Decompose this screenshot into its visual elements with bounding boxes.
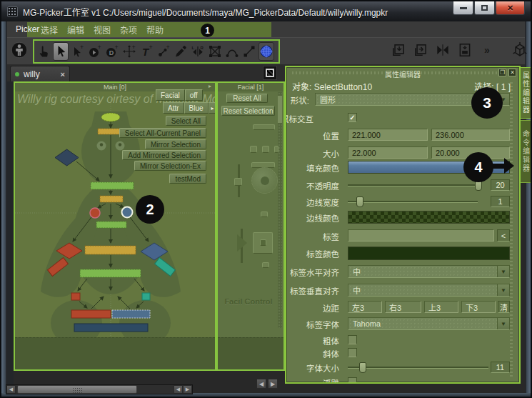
mirror-panel-icon[interactable]: [435, 41, 451, 59]
margin-left-field[interactable]: 左3: [348, 301, 382, 313]
font-size-slider-handle[interactable]: [359, 362, 366, 373]
facial-dial[interactable]: [251, 167, 278, 194]
margin-right-field[interactable]: 右3: [385, 301, 421, 313]
select-tool-icon[interactable]: [53, 42, 69, 61]
namespace-grid-button[interactable]: [263, 66, 277, 80]
transform-box-tool-icon[interactable]: [207, 42, 223, 61]
facial-scroll-right-button[interactable]: ▶: [268, 379, 278, 389]
panel-layout-icon[interactable]: [457, 41, 473, 59]
color-picker-tool-icon[interactable]: [173, 42, 189, 61]
facial-pad-a[interactable]: [250, 146, 257, 153]
font-combo[interactable]: Tahoma ▼: [348, 317, 510, 330]
panel-close-button[interactable]: ✕: [508, 69, 516, 76]
reset-all-button[interactable]: Reset All: [226, 94, 268, 103]
valign-combo[interactable]: 中 ▼: [348, 284, 510, 297]
hand-tool-icon[interactable]: [36, 42, 51, 61]
minimize-button[interactable]: [453, 1, 473, 15]
facial-scroll-left-button[interactable]: ◀: [256, 379, 266, 389]
stroke-width-slider-track[interactable]: [348, 201, 478, 203]
mirror-lr-tool-icon[interactable]: LR: [190, 42, 206, 61]
picker-canvas-panel[interactable]: Main [0] ▸ Willy rig courtesy oirtesy of…: [14, 81, 216, 371]
facial-pad-d[interactable]: [261, 212, 268, 217]
select-all-current-panel-button[interactable]: Select All-Current Panel: [119, 128, 206, 138]
position-x-field[interactable]: 221.000: [348, 129, 428, 141]
toolbar-overflow-icon[interactable]: »: [479, 41, 495, 59]
menu-edit[interactable]: 编辑: [67, 21, 84, 37]
export-panel-icon[interactable]: [413, 41, 428, 59]
add-mirrored-selection-button[interactable]: Add Mirrored Selection: [122, 150, 206, 160]
scroll-track[interactable]: [16, 385, 174, 394]
maximize-button[interactable]: [474, 1, 495, 15]
facial-xy-handle[interactable]: [260, 239, 266, 246]
testmod-button[interactable]: testMod: [169, 174, 206, 184]
position-y-field[interactable]: 236.000: [431, 129, 510, 141]
margin-bottom-field[interactable]: 下3: [461, 301, 496, 313]
facial-pad-b[interactable]: [262, 146, 269, 153]
menu-select[interactable]: 选择: [41, 21, 58, 37]
label-pick-button[interactable]: <: [497, 229, 510, 242]
stroke-color-swatch[interactable]: [348, 211, 510, 224]
curve-tool-icon[interactable]: [224, 42, 240, 61]
size-width-field[interactable]: 22.000: [348, 146, 428, 159]
label-text-input[interactable]: [348, 229, 494, 242]
facial-panel-header[interactable]: Facial [1]: [218, 83, 283, 91]
facial-play-handle[interactable]: [236, 234, 249, 252]
opacity-value[interactable]: 20: [491, 179, 510, 191]
font-size-slider-track[interactable]: [348, 367, 488, 369]
margin-clear-button[interactable]: 清: [498, 301, 510, 313]
font-size-value[interactable]: 11: [491, 362, 510, 373]
tab-willy[interactable]: willy ×: [10, 66, 70, 81]
halign-combo-arrow-icon[interactable]: ▼: [497, 266, 509, 277]
mirror-selection-button[interactable]: Mirror Selection: [145, 139, 206, 149]
facial-pad-c[interactable]: [274, 146, 278, 153]
label-color-swatch[interactable]: [348, 247, 510, 260]
valign-combo-arrow-icon[interactable]: ▼: [497, 284, 509, 296]
titlebar[interactable]: MG-Picker工作室 v1 C:/Users/miguel/Document…: [1, 1, 531, 21]
bold-checkbox[interactable]: [348, 335, 357, 344]
add-text-tool-icon[interactable]: T+: [139, 42, 154, 61]
emboss-checkbox[interactable]: [348, 377, 357, 384]
attr-toggle-button[interactable]: Attr Blue ▸: [163, 102, 216, 114]
close-button[interactable]: ✕: [496, 1, 525, 15]
line-tool-icon[interactable]: [241, 42, 257, 61]
3d-cube-icon[interactable]: [509, 41, 531, 59]
facial-scrollbar[interactable]: [278, 92, 282, 328]
facial-toggle-button[interactable]: Facial off: [156, 89, 203, 101]
scroll-left-button-2[interactable]: ◀: [174, 385, 183, 394]
opacity-slider-track[interactable]: [348, 184, 478, 186]
scroll-right-button[interactable]: ▶: [183, 385, 192, 394]
mirror-selection-ex-button[interactable]: Mirror Selection-Ex: [134, 161, 206, 171]
reset-selection-button[interactable]: Reset Selection: [221, 106, 275, 116]
select-all-button[interactable]: Select All: [166, 116, 206, 126]
facial-pad-e[interactable]: [262, 262, 269, 268]
font-combo-arrow-icon[interactable]: ▼: [497, 318, 509, 329]
dock-tab-property-editor[interactable]: 属性编辑器: [520, 67, 532, 119]
add-display-button-tool-icon[interactable]: D+: [104, 42, 120, 61]
add-move-control-tool-icon[interactable]: +: [121, 42, 137, 61]
menu-view[interactable]: 视图: [94, 21, 111, 37]
margin-top-field[interactable]: 上3: [424, 301, 458, 313]
menu-help[interactable]: 帮助: [146, 21, 164, 37]
stroke-width-slider-handle[interactable]: [356, 196, 363, 207]
stroke-width-value[interactable]: 1: [491, 196, 510, 207]
mouse-interact-checkbox[interactable]: ✓: [348, 113, 357, 122]
panel-float-button[interactable]: ❐: [498, 69, 506, 76]
add-select-button-tool-icon[interactable]: +: [70, 42, 86, 61]
add-command-button-tool-icon[interactable]: +: [87, 42, 103, 61]
picker-character-tool-icon[interactable]: [9, 41, 30, 59]
add-connector-tool-icon[interactable]: +: [156, 42, 171, 61]
facial-vslider-handle[interactable]: [234, 178, 242, 186]
color-wheel-tool-icon[interactable]: [259, 42, 274, 61]
menu-misc[interactable]: 杂项: [120, 21, 137, 37]
scroll-thumb[interactable]: [17, 385, 137, 394]
scroll-left-button[interactable]: ◀: [6, 385, 16, 394]
import-panel-icon[interactable]: [391, 41, 406, 59]
halign-combo[interactable]: 中 ▼: [348, 265, 510, 278]
menu-picker[interactable]: Picker: [16, 21, 39, 37]
canvas-horizontal-scrollbar[interactable]: ◀ ◀ ▶: [6, 384, 193, 394]
tab-close-icon[interactable]: ×: [61, 70, 65, 79]
facial-slider-a[interactable]: [253, 124, 275, 130]
dock-tab-command-editor[interactable]: 命令编辑器: [520, 120, 532, 183]
facial-panel[interactable]: Facial [1] Reset All Reset Selection Fac…: [216, 81, 285, 371]
italic-checkbox[interactable]: [348, 348, 357, 357]
